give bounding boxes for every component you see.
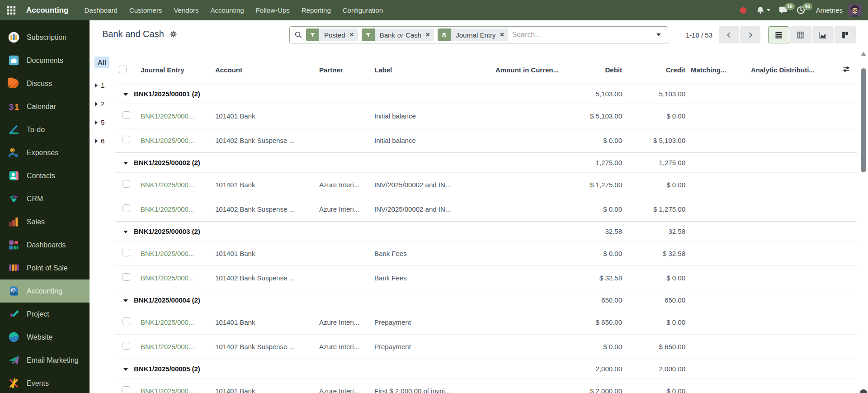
row-checkbox[interactable] bbox=[123, 317, 130, 325]
topbar-menu-follow-ups[interactable]: Follow-Ups bbox=[250, 0, 296, 20]
cell-journal-entry[interactable]: BNK1/2025/000... bbox=[137, 128, 212, 152]
journal-item-row[interactable]: BNK1/2025/000... 101402 Bank Suspense ..… bbox=[115, 334, 857, 359]
notifications-bell[interactable] bbox=[752, 6, 774, 15]
sidebar-item-discuss[interactable]: Discuss bbox=[0, 72, 90, 95]
search-facet[interactable]: Journal Entry × bbox=[438, 28, 508, 41]
sidebar-item-point-of-sale[interactable]: Point of Sale bbox=[0, 256, 90, 279]
search-facet[interactable]: BankorCash × bbox=[362, 28, 434, 41]
rail-group-page[interactable]: 2 bbox=[90, 95, 115, 113]
sidebar-item-dashboards[interactable]: Dashboards bbox=[0, 233, 90, 256]
apps-grid-icon[interactable] bbox=[0, 0, 23, 20]
rail-all-badge[interactable]: All bbox=[94, 57, 109, 68]
search-facet[interactable]: Posted × bbox=[306, 28, 358, 41]
sidebar-item-documents[interactable]: Documents bbox=[0, 49, 90, 72]
search-input[interactable] bbox=[512, 31, 649, 39]
sidebar-item-website[interactable]: Website bbox=[0, 326, 90, 349]
column-header-journal-entry[interactable]: Journal Entry bbox=[137, 57, 212, 84]
sidebar-item-to-do[interactable]: To-do bbox=[0, 118, 90, 141]
row-checkbox[interactable] bbox=[123, 273, 130, 281]
cell-journal-entry[interactable]: BNK1/2025/000... bbox=[137, 172, 212, 197]
facet-remove-icon[interactable]: × bbox=[499, 28, 509, 41]
select-all-checkbox[interactable] bbox=[119, 66, 127, 73]
list-view-button[interactable] bbox=[768, 26, 789, 43]
sidebar-item-crm[interactable]: CRM bbox=[0, 187, 90, 210]
pager-next-button[interactable] bbox=[740, 26, 760, 43]
journal-item-row[interactable]: BNK1/2025/000... 101401 Bank Azure Inter… bbox=[115, 310, 857, 334]
user-name[interactable]: Ametnes bbox=[816, 6, 843, 14]
pager-previous-button[interactable] bbox=[719, 26, 739, 43]
column-header-partner[interactable]: Partner bbox=[316, 57, 371, 84]
sidebar-item-accounting[interactable]: $ Accounting bbox=[0, 279, 90, 303]
graph-view-button[interactable] bbox=[812, 26, 834, 43]
column-header-credit[interactable]: Credit bbox=[624, 57, 687, 84]
journal-item-row[interactable]: BNK1/2025/000... 101402 Bank Suspense ..… bbox=[115, 197, 857, 221]
journal-item-row[interactable]: BNK1/2025/000... 101401 Bank Bank Fees $… bbox=[115, 241, 857, 265]
column-header-debit[interactable]: Debit bbox=[561, 57, 624, 84]
sidebar-item-project[interactable]: Project bbox=[0, 303, 90, 326]
facet-remove-icon[interactable]: × bbox=[424, 28, 434, 41]
sidebar-item-subscription[interactable]: Subscription bbox=[0, 26, 90, 49]
topbar-menu-accounting[interactable]: Accounting bbox=[204, 0, 250, 20]
cell-journal-entry[interactable]: BNK1/2025/000... bbox=[137, 334, 212, 359]
group-header-row[interactable]: BNK1/2025/00002 (2) 1,275.00 1,275.00 bbox=[115, 152, 857, 172]
sidebar-item-expenses[interactable]: $ Expenses bbox=[0, 141, 90, 164]
group-header-row[interactable]: BNK1/2025/00001 (2) 5,103.00 5,103.00 bbox=[115, 84, 857, 104]
optional-columns-toggle[interactable] bbox=[828, 57, 857, 84]
facet-remove-icon[interactable]: × bbox=[348, 28, 358, 41]
cell-journal-entry[interactable]: BNK1/2025/000... bbox=[137, 379, 212, 393]
group-header-row[interactable]: BNK1/2025/00004 (2) 650.00 650.00 bbox=[115, 290, 857, 310]
topbar-menu-vendors[interactable]: Vendors bbox=[168, 0, 204, 20]
topbar-systray: 16 46 Ametnes bbox=[735, 4, 868, 17]
column-header-label[interactable]: Label bbox=[371, 57, 482, 84]
column-header-matching[interactable]: Matching... bbox=[687, 57, 747, 84]
pivot-view-button[interactable] bbox=[790, 26, 811, 43]
activities-button[interactable]: 46 bbox=[792, 5, 810, 15]
group-header-row[interactable]: BNK1/2025/00003 (2) 32.58 32.58 bbox=[115, 221, 857, 241]
scrollbar-up-arrow-icon[interactable] bbox=[861, 52, 866, 56]
sidebar-item-sales[interactable]: Sales bbox=[0, 210, 90, 233]
row-checkbox[interactable] bbox=[123, 111, 130, 119]
row-checkbox[interactable] bbox=[123, 249, 130, 256]
rail-group-page[interactable]: 1 bbox=[90, 76, 115, 95]
journal-item-row[interactable]: BNK1/2025/000... 101401 Bank Initial bal… bbox=[115, 104, 857, 128]
gear-icon[interactable] bbox=[170, 30, 177, 38]
row-checkbox[interactable] bbox=[123, 342, 130, 350]
group-header-row[interactable]: BNK1/2025/00005 (2) 2,000.00 2,000.00 bbox=[115, 359, 857, 379]
calendar-app-icon: 31 bbox=[8, 100, 20, 113]
topbar-menu-reporting[interactable]: Reporting bbox=[296, 0, 337, 20]
row-checkbox[interactable] bbox=[123, 386, 130, 393]
journal-item-row[interactable]: BNK1/2025/000... 101402 Bank Suspense ..… bbox=[115, 265, 857, 290]
search-dropdown-toggle[interactable] bbox=[649, 27, 668, 43]
rail-group-page[interactable]: 6 bbox=[90, 132, 115, 150]
row-checkbox[interactable] bbox=[123, 136, 130, 143]
cell-journal-entry[interactable]: BNK1/2025/000... bbox=[137, 310, 212, 334]
column-header-analytic-distributi[interactable]: Analytic Distributi... bbox=[747, 57, 828, 84]
journal-item-row[interactable]: BNK1/2025/000... 101401 Bank Azure Inter… bbox=[115, 172, 857, 197]
column-header-account[interactable]: Account bbox=[212, 57, 316, 84]
cell-journal-entry[interactable]: BNK1/2025/000... bbox=[137, 197, 212, 221]
journal-item-row[interactable]: BNK1/2025/000... 101402 Bank Suspense ..… bbox=[115, 128, 857, 152]
cell-account: 101401 Bank bbox=[212, 104, 316, 128]
topbar-menu-configuration[interactable]: Configuration bbox=[337, 0, 389, 20]
cell-journal-entry[interactable]: BNK1/2025/000... bbox=[137, 265, 212, 290]
cell-journal-entry[interactable]: BNK1/2025/000... bbox=[137, 241, 212, 265]
journal-item-row[interactable]: BNK1/2025/000... 101401 Bank Azure Inter… bbox=[115, 379, 857, 393]
sidebar-item-email-marketing[interactable]: Email Marketing bbox=[0, 349, 90, 372]
rail-group-page[interactable]: 5 bbox=[90, 113, 115, 132]
row-checkbox[interactable] bbox=[123, 180, 130, 188]
current-app-name[interactable]: Accounting bbox=[26, 6, 69, 15]
column-header-amount-in-curren[interactable]: Amount in Curren... bbox=[482, 57, 561, 84]
kanban-view-button[interactable] bbox=[835, 26, 856, 43]
cell-analytic bbox=[747, 334, 828, 359]
user-avatar[interactable] bbox=[848, 4, 862, 17]
messages-button[interactable]: 16 bbox=[774, 5, 792, 15]
topbar-menu-dashboard[interactable]: Dashboard bbox=[79, 0, 123, 20]
sidebar-item-calendar[interactable]: 31 Calendar bbox=[0, 95, 90, 118]
row-checkbox[interactable] bbox=[123, 204, 130, 212]
cell-journal-entry[interactable]: BNK1/2025/000... bbox=[137, 104, 212, 128]
topbar-menu-customers[interactable]: Customers bbox=[123, 0, 168, 20]
sidebar-item-contacts[interactable]: Contacts bbox=[0, 164, 90, 187]
sidebar-item-events[interactable]: Events bbox=[0, 372, 90, 393]
chevron-down-icon bbox=[656, 33, 661, 36]
scrollbar-thumb[interactable] bbox=[861, 68, 866, 172]
